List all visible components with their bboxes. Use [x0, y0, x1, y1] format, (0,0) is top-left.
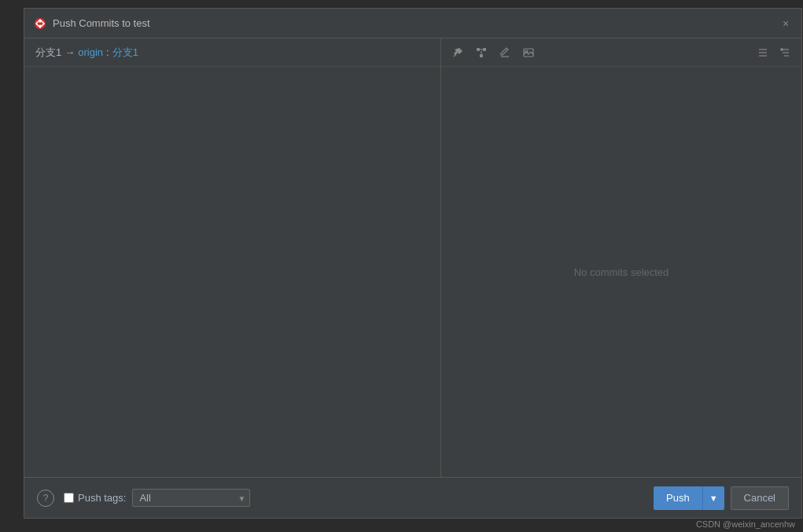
cancel-button[interactable]: Cancel: [731, 486, 789, 510]
local-branch: 分支1: [35, 46, 61, 60]
push-button-group: Push ▼: [654, 486, 724, 510]
git-icon: [34, 17, 46, 30]
remote-name[interactable]: origin: [78, 46, 103, 58]
svg-point-18: [781, 48, 783, 50]
title-bar: Push Commits to test ×: [24, 9, 801, 39]
footer-left: ? Push tags: All None ▼: [37, 489, 250, 507]
right-panel: No commits selected: [441, 39, 801, 477]
branch-colon: :: [106, 46, 109, 58]
dialog-content: 分支1 → origin : 分支1: [24, 39, 801, 477]
right-toolbar: [441, 39, 801, 67]
close-button[interactable]: ×: [779, 17, 792, 30]
toolbar-left: [449, 44, 537, 61]
title-left: Push Commits to test: [34, 17, 150, 30]
push-tags-dropdown[interactable]: All None: [132, 489, 250, 507]
svg-point-2: [39, 24, 42, 27]
remote-branch[interactable]: 分支1: [112, 46, 138, 60]
branch-arrow: →: [64, 46, 75, 58]
left-panel: 分支1 → origin : 分支1: [24, 39, 441, 477]
push-dropdown-button[interactable]: ▼: [702, 486, 724, 510]
settings-icon[interactable]: [776, 44, 794, 61]
svg-rect-4: [477, 48, 480, 51]
svg-rect-6: [480, 54, 483, 57]
push-tags-checkbox-label[interactable]: Push tags:: [64, 492, 126, 504]
push-dropdown-arrow-icon: ▼: [709, 493, 718, 503]
watermark: CSDN @weixin_ancenhw: [696, 519, 795, 529]
footer-right: Push ▼ Cancel: [654, 486, 789, 510]
push-commits-dialog: Push Commits to test × 分支1 → origin : 分支…: [24, 8, 802, 519]
push-button[interactable]: Push: [654, 486, 702, 510]
svg-point-1: [39, 20, 42, 22]
collapse-icon[interactable]: [754, 44, 772, 61]
dropdown-wrapper: All None ▼: [132, 489, 250, 507]
pin-icon[interactable]: [449, 44, 466, 61]
svg-rect-5: [483, 48, 486, 51]
no-commits-message: No commits selected: [441, 67, 801, 477]
dialog-title: Push Commits to test: [53, 17, 150, 29]
push-tags-row: Push tags: All None ▼: [64, 489, 250, 507]
branch-info: 分支1 → origin : 分支1: [24, 39, 440, 67]
graph-icon[interactable]: [473, 44, 490, 61]
edit-icon[interactable]: [496, 44, 514, 61]
push-tags-label: Push tags:: [78, 492, 126, 504]
commit-list: [24, 67, 440, 477]
footer: ? Push tags: All None ▼ Push: [24, 477, 801, 518]
help-button[interactable]: ?: [37, 490, 54, 507]
push-tags-checkbox[interactable]: [64, 493, 74, 503]
image-icon[interactable]: [520, 44, 537, 61]
toolbar-right: [754, 44, 794, 61]
